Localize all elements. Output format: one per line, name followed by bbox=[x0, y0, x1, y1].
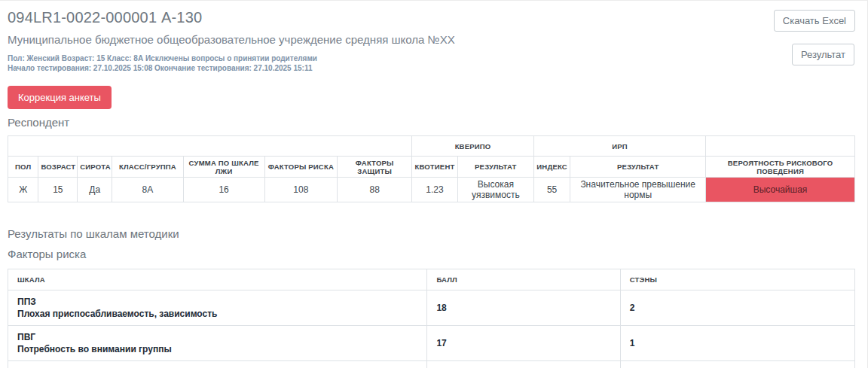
cell-scale: ПВГ Потребность во внимании группы bbox=[8, 326, 427, 361]
scales-section-title: Результаты по шкалам методики bbox=[8, 227, 855, 240]
table-header-row: ПОЛ ВОЗРАСТ СИРОТА КЛАСС/ГРУППА СУММА ПО… bbox=[8, 157, 855, 178]
cell-score: 17 bbox=[427, 326, 620, 361]
col-risk-factors: ФАКТОРЫ РИСКА bbox=[264, 157, 338, 178]
col-lie-scale-sum: СУММА ПО ШКАЛЕ ЛЖИ bbox=[183, 157, 264, 178]
meta-line-demographics: Пол: Женский Возраст: 15 Класс: 8А Исклю… bbox=[8, 53, 855, 63]
scale-name: Потребность во внимании группы bbox=[17, 343, 417, 355]
cell-sten: 1 bbox=[620, 361, 854, 368]
col-sten: СТЭНЫ bbox=[620, 269, 854, 290]
risk-factors-subsection-title: Факторы риска bbox=[8, 248, 855, 260]
cell-orphan: Да bbox=[78, 178, 112, 202]
download-excel-button[interactable]: Скачать Excel bbox=[774, 10, 855, 32]
col-risk-probability: ВЕРОЯТНОСТЬ РИСКОВОГО ПОВЕДЕНИЯ bbox=[706, 157, 855, 178]
cell-gender: Ж bbox=[8, 178, 38, 202]
col-quotient: КВОТИЕНТ bbox=[412, 157, 458, 178]
scale-code: ПВГ bbox=[17, 331, 417, 343]
cell-sten: 2 bbox=[620, 290, 854, 326]
cell-index: 55 bbox=[533, 178, 570, 202]
table-row-ppz: ППЗ Плохая приспосабливаемость, зависимо… bbox=[8, 290, 855, 326]
group-header-irp: ИРП bbox=[533, 136, 705, 157]
table-row-pau: ПАУ Принятие асоциальных (аддиктивных) у… bbox=[8, 361, 855, 368]
table-group-header-row: КВЕРИПО ИРП bbox=[8, 136, 855, 157]
cell-quotient: 1.23 bbox=[412, 178, 458, 202]
col-gender: ПОЛ bbox=[8, 157, 38, 178]
group-header-empty-left bbox=[8, 136, 412, 157]
group-header-kveripo: КВЕРИПО bbox=[412, 136, 534, 157]
col-score: БАЛЛ bbox=[427, 269, 620, 290]
cell-sten: 1 bbox=[620, 326, 854, 361]
scale-name: Плохая приспосабливаемость, зависимость bbox=[17, 308, 417, 320]
col-orphan: СИРОТА bbox=[78, 157, 112, 178]
col-protection-factors: ФАКТОРЫ ЗАЩИТЫ bbox=[338, 157, 412, 178]
risk-factors-table: ШКАЛА БАЛЛ СТЭНЫ ППЗ Плохая приспосаблив… bbox=[8, 269, 855, 368]
col-kveripo-result: РЕЗУЛЬТАТ bbox=[457, 157, 533, 178]
cell-age: 15 bbox=[38, 178, 78, 202]
respondent-results-page: Скачать Excel Результат 094LR1-0022-0000… bbox=[0, 0, 868, 368]
scales-header-row: ШКАЛА БАЛЛ СТЭНЫ bbox=[8, 269, 855, 290]
scale-code: ППЗ bbox=[17, 296, 417, 308]
col-class-group: КЛАСС/ГРУППА bbox=[112, 157, 183, 178]
cell-lie-scale-sum: 16 bbox=[183, 178, 264, 202]
col-index: ИНДЕКС bbox=[533, 157, 570, 178]
cell-risk-factors: 108 bbox=[264, 178, 338, 202]
page-title: 094LR1-0022-000001 А-130 bbox=[8, 9, 855, 26]
cell-score: 19 bbox=[427, 361, 620, 368]
cell-kveripo-result: Высокая уязвимость bbox=[457, 178, 533, 202]
school-name: Муниципальное бюджетное общеобразователь… bbox=[8, 33, 855, 46]
cell-irp-result: Значительное превышение нормы bbox=[570, 178, 706, 202]
respondent-table: КВЕРИПО ИРП ПОЛ ВОЗРАСТ СИРОТА КЛАСС/ГРУ… bbox=[8, 135, 855, 202]
cell-class-group: 8А bbox=[112, 178, 183, 202]
respondent-section-title: Респондент bbox=[8, 116, 855, 129]
cell-scale: ПАУ Принятие асоциальных (аддиктивных) у… bbox=[8, 361, 427, 368]
col-scale: ШКАЛА bbox=[8, 269, 427, 290]
cell-scale: ППЗ Плохая приспосабливаемость, зависимо… bbox=[8, 290, 427, 326]
col-age: ВОЗРАСТ bbox=[38, 157, 78, 178]
group-header-empty-right bbox=[706, 136, 855, 157]
respondent-data-row: Ж 15 Да 8А 16 108 88 1.23 Высокая уязвим… bbox=[8, 178, 855, 202]
cell-protection-factors: 88 bbox=[338, 178, 412, 202]
respondent-meta: Пол: Женский Возраст: 15 Класс: 8А Исклю… bbox=[8, 53, 855, 73]
table-row-pvg: ПВГ Потребность во внимании группы 17 1 bbox=[8, 326, 855, 361]
questionnaire-correction-button[interactable]: Коррекция анкеты bbox=[8, 86, 112, 109]
cell-risk-probability-badge: Высочайшая bbox=[706, 178, 855, 202]
cell-score: 18 bbox=[427, 290, 620, 326]
col-irp-result: РЕЗУЛЬТАТ bbox=[570, 157, 706, 178]
result-button[interactable]: Результат bbox=[792, 44, 854, 65]
meta-line-test-times: Начало тестирования: 27.10.2025 15:08 Ок… bbox=[8, 63, 855, 73]
